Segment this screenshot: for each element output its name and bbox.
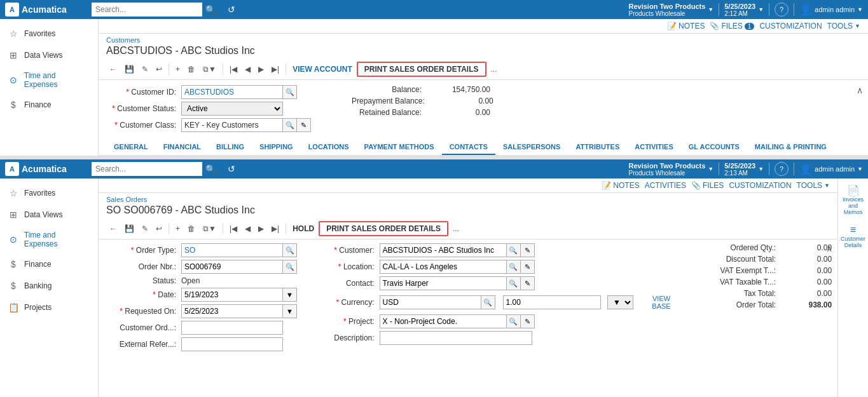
top-collapse-button[interactable]: ∧ (857, 85, 863, 95)
top-delete-button[interactable]: 🗑 (184, 63, 198, 76)
top-more-button[interactable]: ... (488, 63, 500, 76)
location-edit-icon[interactable]: ✎ (521, 260, 535, 274)
bottom-first-button[interactable]: |◀ (226, 222, 240, 235)
bottom-undo-button[interactable]: ↩ (153, 222, 165, 235)
tab-contacts[interactable]: CONTACTS (442, 140, 495, 155)
bottom-history-button[interactable]: ↺ (223, 160, 240, 178)
view-base-button[interactable]: VIEW BASE (640, 293, 683, 312)
customer-ord-input[interactable] (181, 321, 283, 335)
location-search-icon[interactable]: 🔍 (507, 260, 521, 274)
bottom-edit-button[interactable]: ✎ (139, 222, 151, 235)
order-nr-field[interactable]: 🔍 (181, 260, 297, 274)
location-field[interactable]: 🔍 ✎ (380, 260, 535, 274)
order-nr-search-icon[interactable]: 🔍 (283, 260, 297, 274)
bottom-company-selector[interactable]: Revision Two Products Products Wholesale… (629, 162, 714, 177)
top-customer-id-field[interactable]: 🔍 (181, 85, 297, 99)
bottom-next-button[interactable]: ▶ (255, 222, 267, 235)
bottom-search-box[interactable]: 🔍 (92, 162, 219, 176)
top-edit-button[interactable]: ✎ (139, 63, 151, 76)
contact-field[interactable]: 🔍 ✎ (380, 276, 535, 290)
top-datetime-selector[interactable]: 5/25/2023 2:12 AM ▼ (724, 3, 764, 17)
bottom-help-button[interactable]: ? (775, 162, 789, 176)
external-refer-input[interactable] (181, 337, 283, 351)
bottom-datetime-selector[interactable]: 5/25/2023 2:13 AM ▼ (724, 162, 764, 177)
tab-activities[interactable]: ACTIVITIES (627, 140, 681, 155)
order-type-search-icon[interactable]: 🔍 (283, 243, 297, 257)
top-search-button[interactable]: 🔍 (202, 3, 219, 17)
sidebar-item-time-expenses[interactable]: ⊙ Time and Expenses (0, 66, 98, 94)
bottom-sidebar-banking[interactable]: $ Banking (0, 275, 98, 297)
currency-rate-input[interactable] (503, 295, 601, 309)
tab-gl-accounts[interactable]: GL ACCOUNTS (681, 140, 747, 155)
currency-rate-select[interactable]: ▼ (607, 295, 633, 309)
bottom-tools-button[interactable]: TOOLS ▼ (797, 181, 830, 190)
bottom-sidebar-finance[interactable]: $ Finance (0, 253, 98, 275)
tab-mailing-printing[interactable]: MAILING & PRINTING (747, 140, 834, 155)
bottom-print-details-button[interactable]: PRINT SALES ORDER DETAILS (319, 221, 448, 236)
top-undo-button[interactable]: ↩ (153, 63, 165, 76)
bottom-more-button[interactable]: ... (450, 222, 462, 235)
bottom-sidebar-favorites[interactable]: ☆ Favorites (0, 182, 98, 204)
contact-edit-icon[interactable]: ✎ (521, 276, 535, 290)
date-calendar-icon[interactable]: ▼ (283, 288, 297, 302)
tab-locations[interactable]: LOCATIONS (301, 140, 357, 155)
bottom-collapse-button[interactable]: ∧ (826, 243, 832, 253)
bottom-hold-button[interactable]: HOLD (289, 222, 317, 235)
project-search-icon[interactable]: 🔍 (507, 314, 521, 328)
top-customer-class-edit-icon[interactable]: ✎ (297, 118, 311, 132)
order-nr-input[interactable] (181, 260, 283, 274)
bottom-copy-button[interactable]: ⧉▼ (200, 222, 219, 235)
top-first-button[interactable]: |◀ (226, 63, 240, 76)
top-last-button[interactable]: ▶| (268, 63, 282, 76)
bottom-user-selector[interactable]: 👤 admin admin ▼ (799, 163, 863, 175)
order-type-field[interactable]: 🔍 (181, 243, 297, 257)
requested-on-calendar-icon[interactable]: ▼ (283, 304, 297, 318)
date-input[interactable] (181, 288, 283, 302)
top-company-selector[interactable]: Revision Two Products Products Wholesale… (629, 3, 714, 17)
sidebar-item-favorites[interactable]: ☆ Favorites (0, 23, 98, 44)
tab-payment-methods[interactable]: PAYMENT METHODS (357, 140, 442, 155)
customer-edit-icon[interactable]: ✎ (521, 243, 535, 257)
sidebar-item-finance[interactable]: $ Finance (0, 94, 98, 116)
bottom-sidebar-time-expenses[interactable]: ⊙ Time and Expenses (0, 225, 98, 253)
top-customer-id-input[interactable] (181, 85, 283, 99)
top-search-box[interactable]: 🔍 (92, 3, 219, 17)
location-input[interactable] (380, 260, 507, 274)
top-add-button[interactable]: + (172, 63, 183, 76)
top-next-button[interactable]: ▶ (255, 63, 267, 76)
top-back-button[interactable]: ← (106, 63, 120, 76)
top-customer-class-input[interactable] (181, 118, 283, 132)
description-input[interactable] (380, 331, 532, 345)
requested-on-field[interactable]: ▼ (181, 304, 297, 318)
currency-search-icon[interactable]: 🔍 (481, 295, 495, 309)
project-input[interactable] (380, 314, 507, 328)
top-customer-id-search-icon[interactable]: 🔍 (283, 85, 297, 99)
customer-details-panel-item[interactable]: ≡ Customer Details (839, 221, 867, 252)
bottom-add-button[interactable]: + (172, 222, 183, 235)
bottom-back-button[interactable]: ← (106, 222, 120, 235)
bottom-notes-button[interactable]: 📝 NOTES (602, 181, 639, 190)
bottom-prev-button[interactable]: ◀ (242, 222, 254, 235)
date-field[interactable]: ▼ (181, 288, 297, 302)
contact-input[interactable] (380, 276, 507, 290)
currency-field[interactable]: 🔍 (380, 295, 495, 309)
project-edit-icon[interactable]: ✎ (521, 314, 535, 328)
currency-input[interactable] (380, 295, 481, 309)
tab-financial[interactable]: FINANCIAL (156, 140, 209, 155)
top-user-selector[interactable]: 👤 admin admin ▼ (799, 4, 863, 16)
tab-shipping[interactable]: SHIPPING (252, 140, 301, 155)
bottom-sidebar-data-views[interactable]: ⊞ Data Views (0, 204, 98, 225)
top-breadcrumb[interactable]: Customers (99, 34, 868, 44)
top-print-details-button[interactable]: PRINT SALES ORDER DETAILS (357, 62, 486, 77)
top-copy-button[interactable]: ⧉▼ (200, 63, 219, 76)
top-search-input[interactable] (92, 3, 202, 17)
requested-on-input[interactable] (181, 304, 283, 318)
customer-field[interactable]: 🔍 ✎ (380, 243, 535, 257)
top-customer-class-search-icon[interactable]: 🔍 (283, 118, 297, 132)
top-customization-button[interactable]: CUSTOMIZATION (759, 22, 822, 30)
bottom-breadcrumb[interactable]: Sales Orders (99, 193, 837, 203)
bottom-customization-button[interactable]: CUSTOMIZATION (729, 181, 791, 190)
bottom-search-button[interactable]: 🔍 (202, 162, 219, 176)
customer-input[interactable] (380, 243, 507, 257)
top-history-button[interactable]: ↺ (223, 1, 240, 18)
